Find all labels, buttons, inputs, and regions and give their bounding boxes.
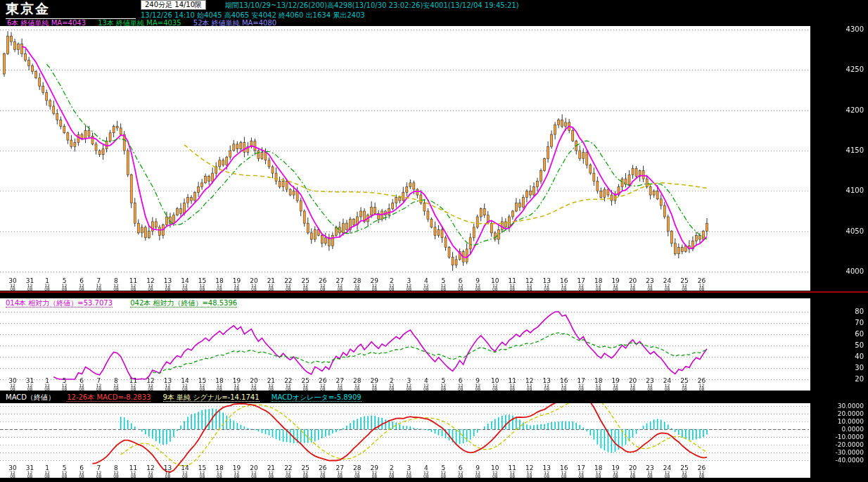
macd-title: MACD（終値） (6, 393, 55, 401)
period-stats-text: 期間13/10/29~13/12/26(200)高4298(13/10/30 2… (225, 1, 519, 11)
axis-tick-label: 4300 (813, 26, 864, 33)
axis-tick-label: -30.0000 (813, 449, 864, 456)
axis-tick-label: 4000 (813, 268, 864, 275)
axis-tick-label: 4050 (813, 228, 864, 235)
axis-tick-label: 10.0000 (813, 418, 864, 425)
axis-tick-label: 4150 (813, 147, 864, 154)
axis-tick-label: 4200 (813, 107, 864, 114)
macd-oscillator-label: MACDオシレータ=-5.8909 (272, 393, 362, 402)
panel-separator-line (0, 291, 868, 293)
macd-panel (0, 403, 810, 478)
axis-tick-label: 4250 (813, 66, 864, 73)
chart-application: 東京金 240分足 14/10限 期間13/10/29~13/12/26(200… (0, 0, 868, 482)
chart-header: 東京金 240分足 14/10限 期間13/10/29~13/12/26(200… (0, 0, 868, 26)
axis-tick-label: 0.0000 (813, 426, 864, 433)
rsi-legend-14: 014本 相対力（終値）=53.7073 (6, 299, 113, 307)
axis-tick-label: 30.0000 (813, 402, 864, 410)
axis-tick-label: 80 (813, 308, 864, 315)
rsi-chart-canvas[interactable] (0, 307, 810, 391)
axis-tick-label: -40.0000 (813, 457, 864, 464)
rsi-header: 014本 相対力（終値）=53.7073 042本 相対力（終値）=48.539… (6, 298, 253, 307)
candlestick-chart-canvas[interactable] (0, 26, 810, 291)
macd-signal-label: 9本 単純 シグナル=-14.1741 (163, 393, 260, 402)
rsi-panel: 014本 相対力（終値）=53.7073 042本 相対力（終値）=48.539… (0, 298, 810, 391)
axis-tick-label: 40 (813, 353, 864, 360)
macd-header: MACD（終値） 12-26本 MACD=-8.2833 9本 単純 シグナル=… (6, 393, 371, 402)
macd-chart-canvas[interactable] (0, 403, 810, 478)
axis-tick-label: 50 (813, 342, 864, 349)
axis-tick-label: 60 (813, 331, 864, 338)
axis-tick-label: -10.0000 (813, 433, 864, 440)
timeframe-contract-box[interactable]: 240分足 14/10限 (141, 0, 206, 10)
axis-tick-label: 20.0000 (813, 410, 864, 417)
rsi-legend-42: 042本 相対力（終値）=48.5396 (130, 299, 237, 307)
instrument-title: 東京金 (6, 0, 136, 19)
axis-tick-label: 30 (813, 364, 864, 372)
axis-tick-label: 70 (813, 319, 864, 326)
axis-tick-label: 20 (813, 376, 864, 383)
axis-tick-label: 4100 (813, 187, 864, 194)
price-panel (0, 26, 810, 291)
axis-tick-label: -20.0000 (813, 441, 864, 448)
macd-value-label: 12-26本 MACD=-8.2833 (67, 393, 151, 402)
